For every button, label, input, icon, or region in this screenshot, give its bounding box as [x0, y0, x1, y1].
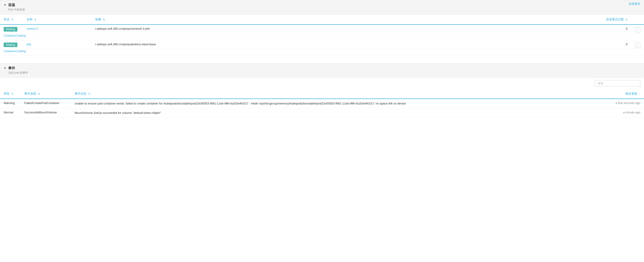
- col-header-updated[interactable]: 最后更新 ↑: [608, 89, 644, 99]
- event-updated-cell: a minute ago: [608, 108, 644, 117]
- col-header-type[interactable]: 类型 ⇅: [0, 89, 20, 99]
- col-header-status[interactable]: 状态 ⇅: [0, 15, 23, 24]
- container-actions-cell: ⋮: [631, 24, 644, 34]
- events-table-header-row: 类型 ⇅ 事件原因 ⇅ 事件信息 ⇅ 最后更新: [0, 89, 644, 99]
- containers-tbody: Waiting centos-5 r.addops.soft.360.cn/qi…: [0, 24, 644, 56]
- container-sub-text: ContainerCreating: [0, 34, 644, 40]
- sort-icon-image: ⇅: [103, 18, 105, 21]
- col-header-message[interactable]: 事件信息 ⇅: [71, 89, 608, 99]
- container-name-link[interactable]: centos-5: [26, 27, 38, 30]
- containers-table-header-row: 状态 ⇅ 名称 ⇅ 镜像 ⇅ 容器重启次数 ⇅: [0, 15, 644, 24]
- events-section-header: ▼ 事件 当前 pod 的事件: [0, 63, 644, 78]
- containers-table-wrapper: 状态 ⇅ 名称 ⇅ 镜像 ⇅ 容器重启次数 ⇅: [0, 15, 644, 59]
- containers-table: 状态 ⇅ 名称 ⇅ 镜像 ⇅ 容器重启次数 ⇅: [0, 15, 644, 56]
- sort-icon-name: ⇅: [34, 18, 36, 21]
- search-bar-wrapper: [0, 78, 644, 89]
- status-badge: Waiting: [4, 42, 18, 47]
- container-status-cell: Waiting: [0, 24, 23, 34]
- table-row: Normal SuccessfulMountVolume MountVolume…: [0, 108, 644, 117]
- event-reason-cell: SuccessfulMountVolume: [20, 108, 71, 117]
- containers-section-header: ▼ 容器 Pod 中的容器: [0, 0, 644, 15]
- sort-icon-updated: ↑: [639, 93, 640, 95]
- events-toggle-icon[interactable]: ▼: [4, 66, 6, 70]
- containers-section: ▼ 容器 Pod 中的容器 状态 ⇅ 名称 ⇅: [0, 0, 644, 59]
- container-sub-row: ContainerCreating: [0, 34, 644, 40]
- event-updated-cell: a few seconds ago: [608, 99, 644, 108]
- events-table: 类型 ⇅ 事件原因 ⇅ 事件信息 ⇅ 最后更新: [0, 89, 644, 117]
- containers-title-group: 容器 Pod 中的容器: [8, 3, 25, 12]
- col-header-image[interactable]: 镜像 ⇅: [92, 15, 602, 24]
- container-more-button[interactable]: ⋮: [635, 42, 640, 48]
- event-message-cell: unable to ensure pod container exists: f…: [71, 99, 608, 108]
- container-actions-cell: ⋮: [631, 40, 644, 49]
- events-title: 事件: [8, 66, 28, 70]
- container-name-cell: centos-5: [23, 24, 92, 34]
- expand-all-button[interactable]: 全部展开: [628, 2, 640, 6]
- table-row: Waiting jnlp r.addops.soft.360.cn/qixiao…: [0, 40, 644, 49]
- container-image-cell: r.addops.soft.360.cn/qixiao/jenkins-slav…: [92, 40, 602, 49]
- sort-icon-type: ⇅: [12, 93, 13, 95]
- sort-icon-message: ⇅: [88, 93, 90, 95]
- container-name-cell: jnlp: [23, 40, 92, 49]
- container-sub-row: ContainerCreating: [0, 49, 644, 56]
- events-table-wrapper: 类型 ⇅ 事件原因 ⇅ 事件信息 ⇅ 最后更新: [0, 78, 644, 121]
- sort-icon-status: ⇅: [12, 18, 13, 21]
- containers-toggle-icon[interactable]: ▼: [4, 3, 6, 7]
- container-image-cell: r.addops.soft.360.cn/qixiao/centos5.4:yh…: [92, 24, 602, 34]
- sort-icon-restarts: ⇅: [626, 18, 628, 21]
- events-title-group: 事件 当前 pod 的事件: [8, 66, 28, 75]
- container-more-button[interactable]: ⋮: [635, 27, 640, 32]
- events-section: ▼ 事件 当前 pod 的事件 类型 ⇅ 事件原因: [0, 63, 644, 121]
- container-restarts-cell: 0: [602, 40, 631, 49]
- table-row: Warning FailedCreatePodContainer unable …: [0, 99, 644, 108]
- event-reason-cell: FailedCreatePodContainer: [20, 99, 71, 108]
- events-tbody: Warning FailedCreatePodContainer unable …: [0, 99, 644, 117]
- search-input[interactable]: [594, 80, 640, 87]
- col-header-actions: [631, 15, 644, 24]
- containers-subtitle: Pod 中的容器: [8, 8, 25, 12]
- container-status-cell: Waiting: [0, 40, 23, 49]
- sort-icon-reason: ⇅: [38, 93, 40, 95]
- page-wrapper: 全部展开 ▼ 容器 Pod 中的容器 状态 ⇅ 名称: [0, 0, 644, 262]
- container-restarts-cell: 0: [602, 24, 631, 34]
- container-name-link[interactable]: jnlp: [26, 42, 31, 46]
- event-type-cell: Warning: [0, 99, 20, 108]
- col-header-name[interactable]: 名称 ⇅: [23, 15, 92, 24]
- col-header-restarts[interactable]: 容器重启次数 ⇅: [602, 15, 631, 24]
- events-subtitle: 当前 pod 的事件: [8, 71, 28, 75]
- status-badge: Waiting: [4, 27, 18, 31]
- containers-title: 容器: [8, 3, 25, 7]
- table-row: Waiting centos-5 r.addops.soft.360.cn/qi…: [0, 24, 644, 34]
- container-sub-text: ContainerCreating: [0, 49, 644, 56]
- col-header-reason[interactable]: 事件原因 ⇅: [20, 89, 71, 99]
- event-type-cell: Normal: [0, 108, 20, 117]
- event-message-cell: MountVolume.SetUp succeeded for volume "…: [71, 108, 608, 117]
